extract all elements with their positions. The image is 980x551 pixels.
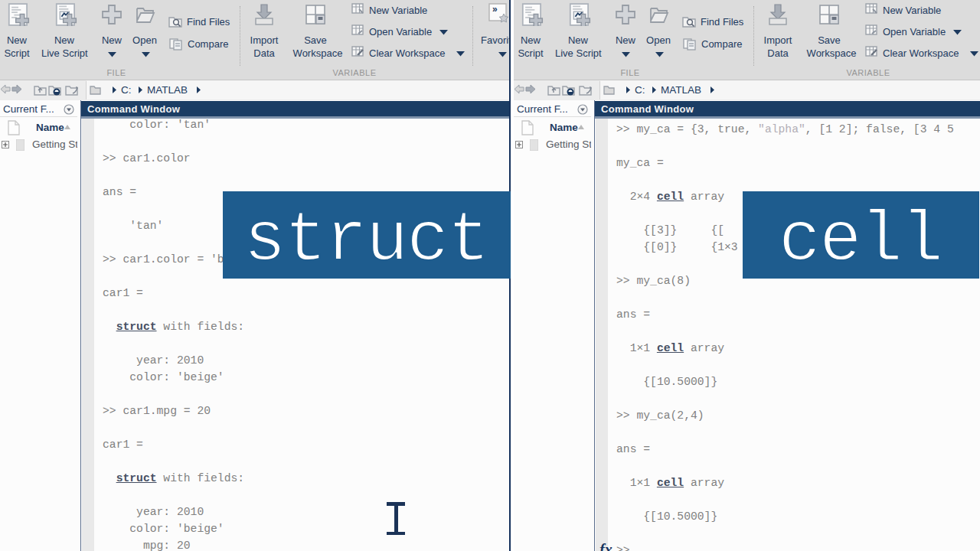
svg-text:»: » — [492, 4, 498, 15]
